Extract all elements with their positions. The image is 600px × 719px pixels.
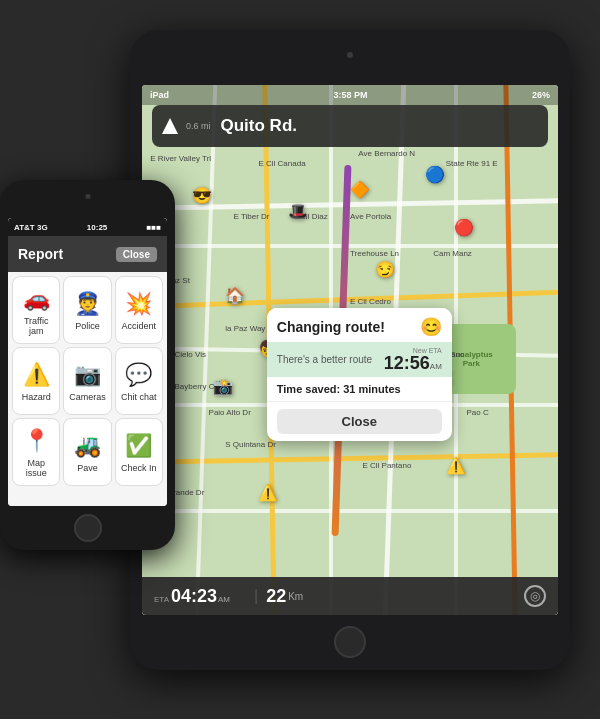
map-pin-12: ⚠️ (446, 456, 466, 475)
report-close-button[interactable]: Close (116, 247, 157, 262)
map-background: EucalyptusPark E River Valley Trl E Cll … (142, 85, 558, 615)
report-item-traffic[interactable]: 🚗 Traffic jam (12, 276, 60, 344)
police-label: Police (75, 321, 100, 331)
report-header: Report Close (8, 236, 167, 272)
ipad-status-center: 3:58 PM (333, 90, 367, 100)
street-label: E Cll Cedro (350, 297, 391, 306)
iphone-device: AT&T 3G 10:25 ■■■ Report Close 🚗 Traffic… (0, 180, 175, 550)
street-label: Treehouse Ln (350, 249, 399, 258)
map-pin-11: ⚠️ (258, 483, 278, 502)
street-label: E Cll Canada (258, 159, 305, 168)
ipad-device: EucalyptusPark E River Valley Trl E Cll … (130, 30, 570, 670)
street-label: Cam Manz (433, 249, 472, 258)
iphone-status-right: ■■■ (146, 223, 161, 232)
popup-eta-time: 12:56 (384, 354, 430, 372)
street-label: E River Valley Trl (150, 154, 211, 163)
street-label: E Cll Pantano (362, 461, 411, 470)
street-label: S Quintana Dr (225, 440, 276, 449)
popup-eta-ampm: AM (430, 362, 442, 371)
check-in-label: Check In (121, 463, 157, 473)
police-icon: 👮 (74, 291, 101, 317)
report-item-cameras[interactable]: 📷 Cameras (63, 347, 111, 415)
eta-ampm: AM (218, 595, 230, 604)
report-item-map-issue[interactable]: 📍 Map issue (12, 418, 60, 486)
street-label: Paio Alto Dr (209, 408, 251, 417)
popup-better-route: There's a better route (277, 354, 372, 365)
iphone-screen: AT&T 3G 10:25 ■■■ Report Close 🚗 Traffic… (8, 218, 167, 506)
iphone-home-button[interactable] (74, 514, 102, 542)
map-issue-icon: 📍 (23, 428, 50, 454)
ipad-home-button[interactable] (334, 626, 366, 658)
hazard-label: Hazard (22, 392, 51, 402)
report-grid: 🚗 Traffic jam 👮 Police 💥 Accident ⚠️ Haz… (8, 272, 167, 490)
report-item-accident[interactable]: 💥 Accident (115, 276, 163, 344)
distance-unit: Km (288, 591, 303, 602)
cameras-label: Cameras (69, 392, 106, 402)
map-pin-7: 🔴 (454, 218, 474, 237)
map-issue-label: Map issue (17, 458, 55, 478)
nav-street: Quito Rd. (221, 116, 297, 136)
bar-divider: | (254, 587, 258, 605)
scene: EucalyptusPark E River Valley Trl E Cll … (0, 0, 600, 719)
report-item-pave[interactable]: 🚜 Pave (63, 418, 111, 486)
traffic-jam-label: Traffic jam (17, 316, 55, 336)
street-label: Ave Bernardo N (358, 149, 415, 158)
map-pin-4: 🔵 (425, 165, 445, 184)
map-pin-2: 🎩 (288, 202, 308, 221)
eta-time: 04:23 (171, 586, 217, 607)
report-title: Report (18, 246, 63, 262)
report-item-hazard[interactable]: ⚠️ Hazard (12, 347, 60, 415)
bottom-eta-bar: ETA 04:23 AM | 22 Km ◎ (142, 577, 558, 615)
hazard-icon: ⚠️ (23, 362, 50, 388)
route-change-popup: Changing route! 😊 There's a better route… (267, 308, 452, 441)
accident-label: Accident (122, 321, 157, 331)
map-pin-3: 🔶 (350, 180, 370, 199)
street-label: State Rte 91 E (446, 159, 498, 168)
ipad-status-bar: iPad 3:58 PM 26% (142, 85, 558, 105)
iphone-status-bar: AT&T 3G 10:25 ■■■ (8, 218, 167, 236)
eta-label: ETA (154, 595, 169, 604)
pave-icon: 🚜 (74, 433, 101, 459)
popup-smiley: 😊 (420, 316, 442, 338)
iphone-status-center: 10:25 (87, 223, 107, 232)
map-pin-5: 😏 (375, 260, 395, 279)
report-panel: Report Close 🚗 Traffic jam 👮 Police 💥 Ac… (8, 218, 167, 506)
popup-time-saved: Time saved: 31 minutes (267, 377, 452, 402)
ipad-status-left: iPad (150, 90, 169, 100)
ipad-screen: EucalyptusPark E River Valley Trl E Cll … (142, 85, 558, 615)
chit-chat-icon: 💬 (125, 362, 152, 388)
distance-value: 22 (266, 586, 286, 607)
report-item-check-in[interactable]: ✅ Check In (115, 418, 163, 486)
nav-distance: 0.6 mi (186, 121, 211, 131)
street-label: la Paz Way (225, 324, 265, 333)
location-icon[interactable]: ◎ (524, 585, 546, 607)
street-label: E Tiber Dr (234, 212, 270, 221)
map-pin-1: 😎 (192, 186, 212, 205)
report-item-police[interactable]: 👮 Police (63, 276, 111, 344)
iphone-camera (85, 194, 90, 199)
map-pin-9: 📸 (213, 377, 233, 396)
traffic-jam-icon: 🚗 (23, 286, 50, 312)
iphone-status-left: AT&T 3G (14, 223, 48, 232)
ipad-status-right: 26% (532, 90, 550, 100)
street-label: Pao C (466, 408, 488, 417)
report-item-chit-chat[interactable]: 💬 Chit chat (115, 347, 163, 415)
chit-chat-label: Chit chat (121, 392, 157, 402)
accident-icon: 💥 (125, 291, 152, 317)
cameras-icon: 📷 (74, 362, 101, 388)
map-pin-6: 🏠 (225, 286, 245, 305)
popup-title: Changing route! (277, 319, 385, 335)
check-in-icon: ✅ (125, 433, 152, 459)
street-label: Ave Portola (350, 212, 391, 221)
pave-label: Pave (77, 463, 98, 473)
navigation-bar: 0.6 mi Quito Rd. (152, 105, 548, 147)
popup-close-button[interactable]: Close (277, 409, 442, 434)
ipad-camera (347, 52, 353, 58)
